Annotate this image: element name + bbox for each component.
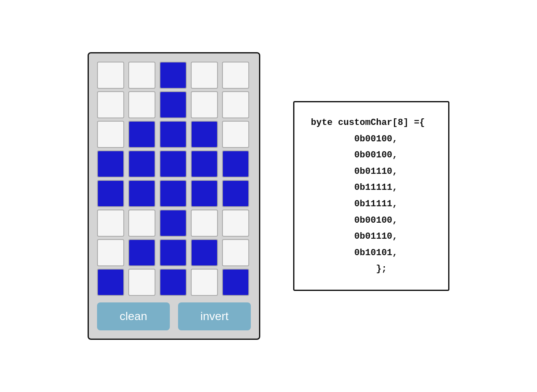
grid-cell-0-0[interactable]	[97, 62, 124, 89]
grid-cell-5-0[interactable]	[97, 210, 124, 237]
grid-cell-7-1[interactable]	[128, 269, 155, 296]
code-panel: byte customChar[8] ={ 0b00100, 0b00100, …	[293, 101, 449, 291]
grid-cell-7-0[interactable]	[97, 269, 124, 296]
grid-cell-6-1[interactable]	[128, 239, 155, 266]
code-display: byte customChar[8] ={ 0b00100, 0b00100, …	[311, 115, 432, 277]
grid-cell-4-2[interactable]	[160, 180, 187, 207]
grid-cell-4-4[interactable]	[222, 180, 249, 207]
grid-cell-3-1[interactable]	[128, 150, 155, 178]
pixel-grid	[97, 62, 251, 296]
grid-cell-4-0[interactable]	[97, 180, 124, 207]
grid-cell-7-4[interactable]	[222, 269, 249, 296]
grid-cell-4-3[interactable]	[191, 180, 218, 207]
grid-cell-1-0[interactable]	[97, 91, 124, 118]
grid-cell-1-4[interactable]	[222, 91, 249, 118]
grid-cell-5-3[interactable]	[191, 210, 218, 237]
grid-cell-0-2[interactable]	[160, 62, 187, 89]
buttons-row: clean invert	[97, 302, 251, 330]
grid-cell-6-4[interactable]	[222, 239, 249, 266]
grid-cell-3-4[interactable]	[222, 150, 249, 178]
grid-cell-3-0[interactable]	[97, 150, 124, 178]
grid-cell-3-2[interactable]	[160, 150, 187, 178]
grid-cell-1-2[interactable]	[160, 91, 187, 118]
grid-cell-1-3[interactable]	[191, 91, 218, 118]
grid-cell-6-2[interactable]	[160, 239, 187, 266]
grid-cell-5-1[interactable]	[128, 210, 155, 237]
clean-button[interactable]: clean	[97, 302, 170, 330]
main-container: clean invert byte customChar[8] ={ 0b001…	[88, 52, 449, 340]
grid-cell-0-1[interactable]	[128, 62, 155, 89]
grid-cell-4-1[interactable]	[128, 180, 155, 207]
grid-cell-7-2[interactable]	[160, 269, 187, 296]
grid-cell-2-2[interactable]	[160, 121, 187, 148]
grid-cell-0-4[interactable]	[222, 62, 249, 89]
grid-cell-3-3[interactable]	[191, 150, 218, 178]
editor-panel: clean invert	[88, 52, 260, 340]
grid-cell-6-0[interactable]	[97, 239, 124, 266]
grid-cell-2-3[interactable]	[191, 121, 218, 148]
grid-cell-6-3[interactable]	[191, 239, 218, 266]
grid-cell-2-0[interactable]	[97, 121, 124, 148]
grid-cell-5-2[interactable]	[160, 210, 187, 237]
grid-cell-1-1[interactable]	[128, 91, 155, 118]
grid-cell-5-4[interactable]	[222, 210, 249, 237]
grid-cell-2-4[interactable]	[222, 121, 249, 148]
grid-cell-0-3[interactable]	[191, 62, 218, 89]
grid-cell-2-1[interactable]	[128, 121, 155, 148]
grid-cell-7-3[interactable]	[191, 269, 218, 296]
invert-button[interactable]: invert	[178, 302, 251, 330]
